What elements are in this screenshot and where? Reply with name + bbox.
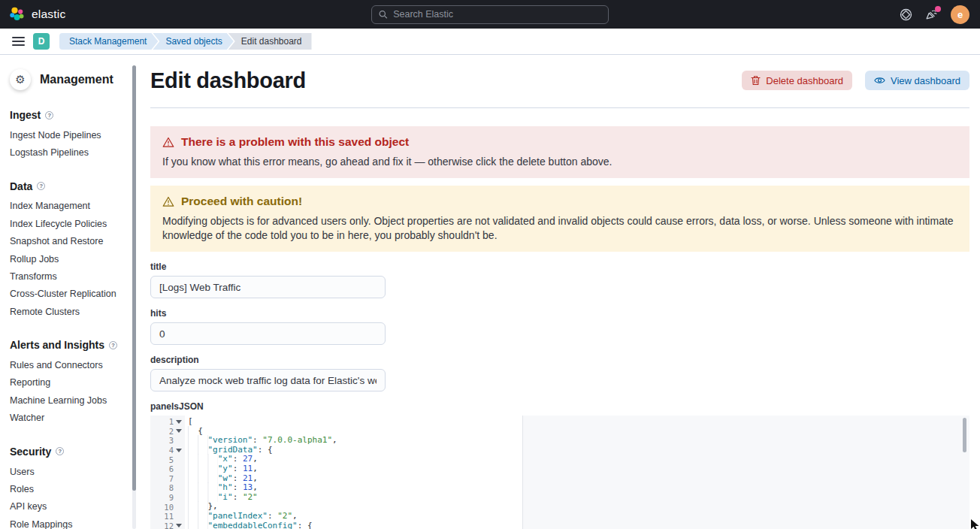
sidebar-item[interactable]: Roles	[10, 480, 125, 497]
hits-field-label: hits	[150, 308, 969, 319]
error-callout-body: If you know what this error means, go ah…	[162, 155, 957, 169]
line-number: 4	[169, 446, 174, 455]
mouse-cursor	[971, 519, 980, 529]
elastic-logo-icon	[9, 6, 26, 23]
line-number: 8	[169, 483, 174, 492]
description-field[interactable]	[150, 369, 386, 391]
top-bar: elastic e	[0, 0, 980, 29]
code-line: [	[185, 417, 969, 427]
sidebar-item[interactable]: Logstash Pipelines	[10, 144, 125, 161]
editor-code-area[interactable]: [ { "version": "7.0.0-alpha1", "gridData…	[185, 416, 969, 529]
section-help-icon: ?	[45, 111, 53, 119]
line-number: 2	[169, 427, 174, 436]
notification-dot	[935, 6, 941, 12]
panels-json-editor[interactable]: 1234567891011121314 [ { "version": "7.0.…	[150, 416, 969, 529]
sidebar-item[interactable]: API keys	[10, 498, 125, 515]
description-field-label: description	[150, 355, 969, 365]
line-number: 3	[169, 436, 174, 445]
sidebar-item[interactable]: Rollup Jobs	[10, 250, 125, 268]
breadcrumb-saved-objects[interactable]: Saved objects	[153, 33, 233, 50]
global-search[interactable]	[371, 5, 609, 24]
breadcrumb: Stack Management Saved objects Edit dash…	[59, 33, 312, 50]
gutter-row: 11	[150, 512, 185, 521]
code-line: "y": 11,	[185, 464, 969, 474]
sidebar-item[interactable]: Index Management	[10, 198, 125, 215]
sidebar-item[interactable]: Rules and Connectors	[10, 356, 125, 373]
sidebar-item[interactable]: Snapshot and Restore	[10, 233, 125, 250]
sidebar-scrollbar-thumb[interactable]	[132, 65, 136, 491]
breadcrumb-stack-management[interactable]: Stack Management	[59, 33, 158, 50]
title-field-label: title	[150, 261, 969, 272]
fold-toggle-icon[interactable]	[176, 524, 182, 527]
main-content: Edit dashboard Delete dashboard View das…	[143, 55, 980, 529]
sidebar-item[interactable]: Ingest Node Pipelines	[10, 126, 125, 144]
elastic-logo[interactable]: elastic	[9, 6, 65, 23]
menu-toggle-button[interactable]	[12, 37, 25, 46]
gutter-row: 6	[150, 464, 185, 474]
delete-dashboard-label: Delete dashboard	[766, 75, 843, 86]
hits-field[interactable]	[150, 322, 386, 345]
gutter-row: 8	[150, 483, 185, 493]
sidebar-item[interactable]: Remote Clusters	[10, 303, 125, 320]
fold-toggle-icon[interactable]	[176, 429, 182, 433]
line-number: 7	[169, 474, 174, 483]
help-menu-button[interactable]	[900, 8, 912, 21]
sidebar-section-heading: Data?	[10, 180, 125, 192]
warning-callout-title: Proceed with caution!	[181, 195, 302, 208]
fold-toggle-icon[interactable]	[176, 449, 182, 452]
sidebar-sections: Ingest?Ingest Node PipelinesLogstash Pip…	[10, 109, 125, 529]
line-number: 11	[164, 512, 174, 521]
sidebar-item[interactable]: Transforms	[10, 268, 125, 285]
code-line: "panelIndex": "2",	[185, 512, 969, 521]
code-line: "h": 13,	[185, 483, 969, 493]
title-field[interactable]	[150, 276, 386, 298]
code-line: "version": "7.0.0-alpha1",	[185, 436, 969, 446]
warning-callout-body: Modifying objects is for advanced users …	[162, 214, 957, 243]
sidebar-section-label: Alerts and Insights	[10, 339, 104, 351]
warning-triangle-icon	[162, 137, 174, 148]
gutter-row: 10	[150, 502, 185, 512]
header-divider	[150, 107, 969, 108]
sidebar-section-label: Security	[10, 446, 51, 458]
delete-dashboard-button[interactable]: Delete dashboard	[742, 71, 852, 90]
error-callout-title: There is a problem with this saved objec…	[181, 135, 409, 149]
sidebar-item[interactable]: Users	[10, 463, 125, 480]
sidebar-section: Data?Index ManagementIndex Lifecycle Pol…	[10, 180, 125, 321]
gutter-row: 12	[150, 521, 185, 529]
editor-scrollbar-thumb[interactable]	[963, 418, 966, 452]
line-number: 10	[164, 503, 174, 512]
sidebar-section: Ingest?Ingest Node PipelinesLogstash Pip…	[10, 109, 125, 162]
view-dashboard-label: View dashboard	[891, 75, 960, 86]
view-dashboard-button[interactable]: View dashboard	[865, 71, 969, 90]
sidebar-section-heading: Ingest?	[10, 109, 125, 121]
sidebar-title: Management	[40, 73, 113, 86]
gutter-row: 4	[150, 446, 185, 455]
gutter-row: 5	[150, 455, 185, 464]
eye-icon	[874, 76, 885, 85]
search-input[interactable]	[393, 9, 601, 20]
line-number: 5	[169, 455, 174, 464]
fold-toggle-icon[interactable]	[176, 420, 182, 424]
line-number: 9	[169, 493, 174, 502]
warning-callout: Proceed with caution! Modifying objects …	[150, 186, 969, 252]
sidebar-item[interactable]: Role Mappings	[10, 515, 125, 529]
sidebar-item[interactable]: Index Lifecycle Policies	[10, 215, 125, 232]
sidebar-item[interactable]: Watcher	[10, 410, 125, 427]
warning-triangle-icon	[162, 196, 174, 207]
space-avatar[interactable]: D	[33, 33, 50, 50]
code-line: "gridData": {	[185, 446, 969, 455]
sidebar-item[interactable]: Cross-Cluster Replication	[10, 286, 125, 303]
sidebar-section-label: Ingest	[10, 109, 41, 121]
sidebar-item[interactable]: Reporting	[10, 374, 125, 391]
newsfeed-button[interactable]	[925, 8, 938, 21]
line-number: 1	[169, 417, 174, 426]
gutter-row: 9	[150, 493, 185, 503]
code-line: "i": "2"	[185, 493, 969, 503]
user-avatar[interactable]: e	[951, 5, 969, 24]
sidebar-item[interactable]: Machine Learning Jobs	[10, 391, 125, 409]
search-icon	[379, 10, 388, 20]
editor-gutter: 1234567891011121314	[150, 416, 185, 529]
code-line: },	[185, 502, 969, 512]
section-help-icon: ?	[37, 182, 45, 190]
gutter-row: 3	[150, 436, 185, 446]
